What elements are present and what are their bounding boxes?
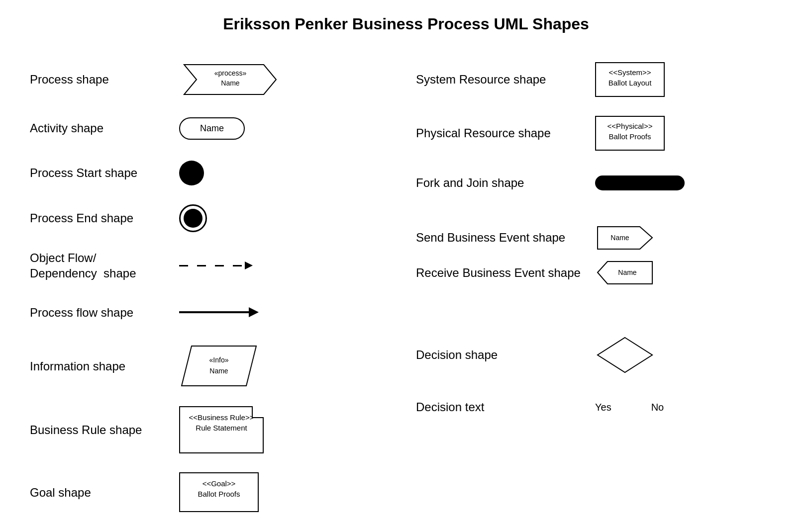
decision-text-row: Decision text Yes No — [406, 385, 792, 430]
process-flow-visual — [179, 307, 259, 317]
process-end-row: Process End shape — [20, 195, 406, 241]
goal-shape: <<Goal>> Ballot Proofs — [179, 472, 259, 512]
svg-text:«Info»: «Info» — [209, 356, 229, 364]
information-label: Information shape — [30, 358, 169, 374]
physical-resource-stereotype: <<Physical>> — [608, 122, 653, 130]
object-flow-visual — [179, 262, 253, 269]
arrow-line — [179, 311, 249, 313]
solid-arrow — [179, 307, 259, 317]
goal-label: Goal shape — [30, 485, 169, 500]
process-end-visual — [179, 204, 207, 232]
process-start-visual — [179, 161, 204, 185]
system-resource-label: System Resource shape — [416, 72, 585, 87]
receive-event-label: Receive Business Event shape — [416, 265, 585, 280]
decision-no: No — [651, 402, 664, 413]
decision-label: Decision shape — [416, 347, 585, 362]
goal-visual: <<Goal>> Ballot Proofs — [179, 472, 259, 512]
svg-text:Name: Name — [209, 367, 228, 375]
physical-resource-row: Physical Resource shape <<Physical>> Bal… — [406, 106, 792, 161]
fork-join-visual — [595, 175, 685, 190]
process-start-row: Process Start shape — [20, 151, 406, 195]
process-svg: «process» Name — [179, 62, 279, 97]
physical-resource-label: Physical Resource shape — [416, 125, 585, 141]
svg-marker-3 — [182, 346, 256, 386]
svg-text:Name: Name — [221, 79, 240, 87]
activity-shape: Name — [179, 117, 245, 140]
fork-join-row: Fork and Join shape — [406, 161, 792, 205]
process-start-circle — [179, 161, 204, 185]
goal-shape-row: Goal shape <<Goal>> Ballot Proofs — [20, 462, 406, 522]
dash4 — [233, 265, 242, 266]
decision-text-visual: Yes No — [595, 402, 664, 413]
decision-shape-row: Decision shape — [406, 325, 792, 385]
business-rule-visual: <<Business Rule>> Rule Statement — [179, 406, 264, 453]
object-flow-row: Object Flow/Dependency shape — [20, 241, 406, 290]
process-flow-label: Process flow shape — [30, 305, 169, 320]
svg-text:Name: Name — [610, 234, 629, 242]
business-rule-name: Rule Statement — [196, 424, 247, 432]
information-visual: «Info» Name — [179, 344, 259, 388]
information-svg: «Info» Name — [179, 344, 259, 388]
receive-event-row: Receive Business Event shape Name — [406, 250, 792, 295]
dashed-arrow-head — [245, 262, 253, 269]
business-rule-stereotype: <<Business Rule>> — [189, 413, 254, 422]
svg-text:Name: Name — [618, 268, 637, 276]
dash1 — [179, 265, 188, 266]
physical-resource-name: Ballot Proofs — [609, 132, 651, 141]
left-column: Process shape «process» Name Activity sh… — [20, 53, 406, 522]
system-resource-row: System Resource shape <<System>> Ballot … — [406, 53, 792, 106]
receive-event-visual: Name — [595, 259, 655, 286]
dash3 — [215, 265, 224, 266]
fork-join-shape — [595, 175, 685, 190]
send-event-label: Send Business Event shape — [416, 230, 585, 245]
send-event-svg: Name — [595, 224, 655, 252]
process-end-inner-circle — [184, 209, 203, 228]
decision-svg — [595, 335, 655, 375]
svg-marker-10 — [598, 338, 652, 372]
physical-resource-visual: <<Physical>> Ballot Proofs — [595, 116, 665, 151]
information-shape-row: Information shape «Info» Name — [20, 335, 406, 397]
dashed-arrow — [179, 262, 253, 269]
goal-stereotype: <<Goal>> — [203, 479, 236, 488]
content-grid: Process shape «process» Name Activity sh… — [20, 53, 792, 522]
physical-resource-shape: <<Physical>> Ballot Proofs — [595, 116, 665, 151]
process-end-label: Process End shape — [30, 210, 169, 226]
process-end-circle — [179, 204, 207, 232]
page-title: Eriksson Penker Business Process UML Sha… — [20, 15, 792, 33]
process-flow-row: Process flow shape — [20, 290, 406, 335]
svg-text:«process»: «process» — [214, 69, 247, 77]
send-event-visual: Name — [595, 224, 655, 252]
decision-text-label: Decision text — [416, 399, 585, 415]
activity-visual: Name — [179, 117, 245, 140]
process-visual: «process» Name — [179, 62, 279, 97]
object-flow-label: Object Flow/Dependency shape — [30, 250, 169, 281]
system-resource-visual: <<System>> Ballot Layout — [595, 62, 665, 97]
activity-name: Name — [200, 123, 224, 133]
activity-label: Activity shape — [30, 120, 169, 136]
decision-yes: Yes — [595, 402, 611, 413]
system-resource-shape: <<System>> Ballot Layout — [595, 62, 665, 97]
business-rule-row: Business Rule shape <<Business Rule>> Ru… — [20, 397, 406, 462]
receive-event-svg: Name — [595, 259, 655, 286]
fork-join-label: Fork and Join shape — [416, 175, 585, 190]
goal-name: Ballot Proofs — [198, 490, 240, 498]
process-label: Process shape — [30, 72, 169, 87]
decision-visual — [595, 335, 655, 375]
activity-shape-row: Activity shape Name — [20, 106, 406, 151]
dash2 — [197, 265, 206, 266]
system-resource-stereotype: <<System>> — [609, 68, 651, 77]
right-column: System Resource shape <<System>> Ballot … — [406, 53, 792, 522]
process-shape-row: Process shape «process» Name — [20, 53, 406, 106]
business-rule-shape: <<Business Rule>> Rule Statement — [179, 406, 264, 453]
process-start-label: Process Start shape — [30, 165, 169, 180]
system-resource-name: Ballot Layout — [609, 79, 652, 87]
arrow-head-solid — [249, 307, 259, 317]
business-rule-label: Business Rule shape — [30, 422, 169, 438]
